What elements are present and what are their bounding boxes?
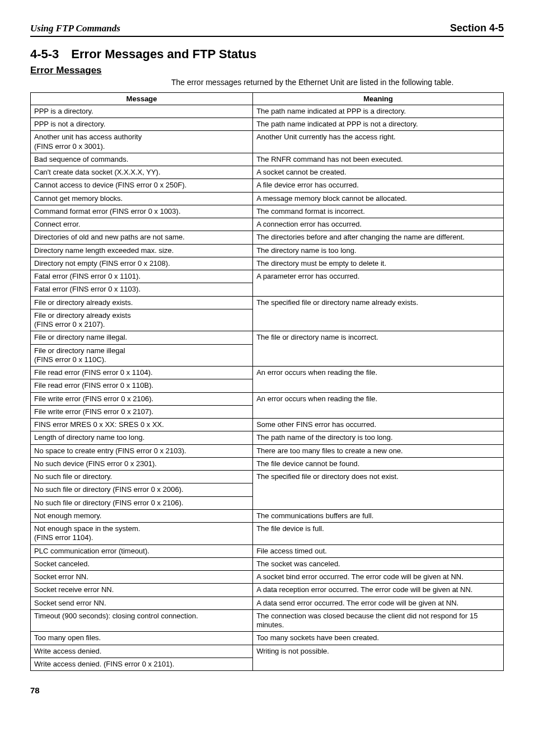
cell-meaning: The path name indicated at PPP is a dire… [253,105,504,118]
cell-message: Too many open files. [31,632,253,645]
cell-message: Another unit has access authority (FINS … [31,131,253,153]
page-header: Using FTP Commands Section 4-5 [30,22,504,37]
cell-message: Bad sequence of commands. [31,153,253,166]
cell-message: Directory name length exceeded max. size… [31,244,253,257]
cell-message: Not enough space in the system. (FINS er… [31,523,253,545]
cell-meaning: A data send error occurred. The error co… [253,597,504,609]
cell-meaning: A socket bind error occurred. The error … [253,571,504,584]
cell-meaning: The socket was canceled. [253,557,504,570]
cell-message: FINS error MRES 0 x XX: SRES 0 x XX. [31,419,253,431]
intro-text: The error messages returned by the Ether… [171,77,504,88]
cell-meaning: The directories before and after changin… [253,231,504,244]
col-meaning: Meaning [253,92,504,105]
cell-meaning: An error occurs when reading the file. [253,392,504,419]
cell-message: File read error (FINS error 0 x 110B). [31,379,253,392]
table-row: No space to create entry (FINS error 0 x… [31,444,504,457]
table-row: Socket error NN.A socket bind error occu… [31,571,504,584]
table-row: PLC communication error (timeout).File a… [31,544,504,557]
cell-message: Socket receive error NN. [31,584,253,597]
cell-meaning: Another Unit currently has the access ri… [253,131,504,153]
cell-message: No such device (FINS error 0 x 2301). [31,457,253,470]
cell-meaning: A message memory block cannot be allocat… [253,192,504,205]
table-row: No such device (FINS error 0 x 2301).The… [31,457,504,470]
cell-meaning: The specified file or directory name alr… [253,296,504,331]
cell-meaning: File access timed out. [253,544,504,557]
table-row: Timeout (900 seconds): closing control c… [31,609,504,632]
cell-message: Fatal error (FINS error 0 x 1101). [31,270,253,283]
table-row: Bad sequence of commands.The RNFR comman… [31,153,504,166]
table-row: File or directory already exists.The spe… [31,296,504,309]
page-number: 78 [30,685,504,695]
cell-message: Cannot get memory blocks. [31,192,253,205]
table-row: Not enough space in the system. (FINS er… [31,523,504,545]
cell-meaning: The file device cannot be found. [253,457,504,470]
cell-message: No such file or directory (FINS error 0 … [31,496,253,509]
table-row: Not enough memory.The communications buf… [31,509,504,522]
section-heading: 4-5-3Error Messages and FTP Status [30,47,504,62]
cell-message: Length of directory name too long. [31,431,253,444]
cell-meaning: The specified file or directory does not… [253,471,504,510]
cell-message: Fatal error (FINS error 0 x 1103). [31,283,253,296]
cell-meaning: There are too many files to create a new… [253,444,504,457]
cell-message: File read error (FINS error 0 x 1104). [31,367,253,379]
table-row: Socket receive error NN.A data reception… [31,584,504,597]
cell-meaning: Some other FINS error has occurred. [253,419,504,431]
table-row: Cannot access to device (FINS error 0 x … [31,179,504,192]
cell-message: File or directory already exists (FINS e… [31,309,253,331]
table-row: Socket send error NN.A data send error o… [31,597,504,609]
error-table: Message Meaning PPP is a directory.The p… [30,92,504,671]
col-message: Message [31,92,253,105]
table-row: FINS error MRES 0 x XX: SRES 0 x XX.Some… [31,419,504,431]
table-row: No such file or directory.The specified … [31,471,504,483]
table-row: PPP is a directory.The path name indicat… [31,105,504,118]
table-row: Cannot get memory blocks.A message memor… [31,192,504,205]
table-row: Another unit has access authority (FINS … [31,131,504,153]
cell-message: File or directory name illegal. [31,331,253,344]
cell-message: Directories of old and new paths are not… [31,231,253,244]
cell-meaning: A socket cannot be created. [253,166,504,179]
table-row: File write error (FINS error 0 x 2106).A… [31,392,504,405]
cell-meaning: The file or directory name is incorrect. [253,331,504,367]
table-row: Can't create data socket (X.X.X.X, YY).A… [31,166,504,179]
table-row: Too many open files.Too many sockets hav… [31,632,504,645]
cell-meaning: A parameter error has occurred. [253,270,504,297]
cell-meaning: A connection error has occurred. [253,218,504,231]
table-row: Socket canceled.The socket was canceled. [31,557,504,570]
table-header-row: Message Meaning [31,92,504,105]
cell-meaning: The file device is full. [253,523,504,545]
cell-message: Cannot access to device (FINS error 0 x … [31,179,253,192]
table-row: Length of directory name too long.The pa… [31,431,504,444]
cell-meaning: An error occurs when reading the file. [253,367,504,393]
cell-meaning: The connection was closed because the cl… [253,609,504,632]
cell-meaning: The RNFR command has not been executed. [253,153,504,166]
cell-message: No space to create entry (FINS error 0 x… [31,444,253,457]
cell-message: Directory not empty (FINS error 0 x 2108… [31,257,253,270]
cell-meaning: A file device error has occurred. [253,179,504,192]
cell-message: PLC communication error (timeout). [31,544,253,557]
cell-message: Not enough memory. [31,509,253,522]
header-right: Section 4-5 [450,22,504,34]
cell-message: Connect error. [31,218,253,231]
cell-message: Write access denied. [31,645,253,658]
cell-message: File write error (FINS error 0 x 2106). [31,392,253,405]
subheading: Error Messages [30,65,504,76]
cell-meaning: Too many sockets have been created. [253,632,504,645]
cell-message: Socket error NN. [31,571,253,584]
cell-message: No such file or directory. [31,471,253,483]
cell-message: PPP is not a directory. [31,118,253,131]
cell-meaning: Writing is not possible. [253,645,504,671]
cell-meaning: The path name of the directory is too lo… [253,431,504,444]
table-row: Directory not empty (FINS error 0 x 2108… [31,257,504,270]
cell-message: PPP is a directory. [31,105,253,118]
section-number: 4-5-3 [30,47,59,61]
cell-message: No such file or directory (FINS error 0 … [31,483,253,496]
cell-message: File write error (FINS error 0 x 2107). [31,405,253,418]
cell-meaning: The directory must be empty to delete it… [253,257,504,270]
table-row: Directories of old and new paths are not… [31,231,504,244]
table-row: File or directory name illegal.The file … [31,331,504,344]
cell-message: Socket canceled. [31,557,253,570]
cell-meaning: The path name indicated at PPP is not a … [253,118,504,131]
table-row: File read error (FINS error 0 x 1104).An… [31,367,504,379]
cell-meaning: The command format is incorrect. [253,205,504,218]
cell-message: Socket send error NN. [31,597,253,609]
